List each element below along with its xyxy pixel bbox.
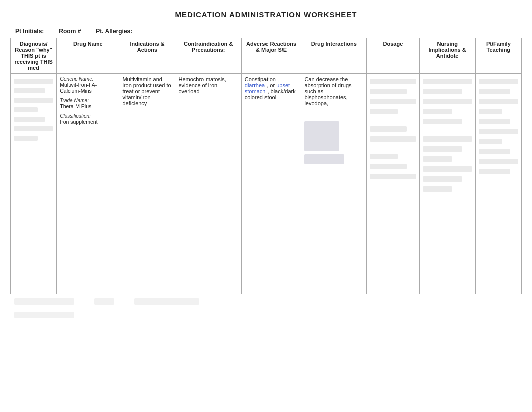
adverse-reactions-cell: Constipation , diarrhea , or upset stoma… — [241, 74, 301, 294]
main-table: Diagnosis/ Reason "why" THIS pt is recei… — [10, 38, 522, 294]
classification-label: Classification: — [60, 113, 116, 119]
nursing-blur-4 — [423, 109, 452, 114]
footer-row-1 — [10, 298, 522, 305]
diagnosis-cell — [11, 74, 57, 294]
page-title: MEDICATION ADMINISTRATION WORKSHEET — [10, 10, 522, 19]
nursing-blur-1 — [423, 79, 472, 84]
ptfam-blur-2 — [479, 89, 510, 94]
ptfamily-blurred — [479, 76, 518, 177]
pt-initials-label: Pt Initials: — [15, 28, 44, 35]
dosage-blur-6 — [370, 136, 416, 142]
footer-blur-4 — [14, 312, 74, 318]
drug-int-text: Can decrease the absorption of drugs suc… — [304, 76, 363, 106]
drug-int-blurred — [304, 121, 363, 164]
classification-value: Iron supplement — [60, 119, 116, 125]
dosage-blurred — [370, 76, 416, 182]
nursing-blur-7 — [423, 146, 462, 152]
adverse-diarrhea-link: diarrhea — [245, 82, 265, 88]
drug-int-stamp2 — [304, 154, 344, 164]
col-header-adverse: Adverse Reactions & Major S/E — [241, 38, 301, 74]
ptfam-blur-9 — [479, 159, 518, 164]
nursing-blur-10 — [423, 176, 462, 182]
blur-6 — [14, 126, 53, 131]
generic-label: Generic Name: — [60, 76, 116, 82]
nursing-blur-8 — [423, 156, 452, 162]
ptfamily-cell — [475, 74, 521, 294]
adverse-or: , or — [267, 82, 275, 88]
table-row: Generic Name: Multivit-Iron-FA-Calcium-M… — [11, 74, 522, 294]
ptfam-blur-6 — [479, 129, 518, 134]
blur-3 — [14, 98, 53, 103]
blur-2 — [14, 88, 45, 93]
col-header-nursing: Nursing Implications & Antidote — [419, 38, 475, 74]
dosage-blur-1 — [370, 79, 416, 84]
col-header-drug: Drug Name — [57, 38, 119, 74]
nursing-blur-2 — [423, 89, 462, 94]
col-header-ptfamily: Pt/Family Teaching — [475, 38, 521, 74]
header-row: Pt Initials: Room # Pt. Allergies: — [10, 28, 522, 35]
nursing-blur-11 — [423, 186, 452, 192]
generic-name: Multivit-Iron-FA-Calcium-Mins — [60, 82, 116, 94]
ptfam-blur-3 — [479, 99, 518, 104]
footer-blur-1 — [14, 298, 74, 305]
blur-7 — [14, 136, 38, 141]
nursing-blurred — [423, 76, 472, 194]
ptfam-blur-5 — [479, 119, 510, 124]
dosage-blur-9 — [370, 174, 416, 179]
col-header-drug-interactions: Drug Interactions — [301, 38, 367, 74]
ptfam-blur-4 — [479, 109, 503, 114]
table-header-row: Diagnosis/ Reason "why" THIS pt is recei… — [11, 38, 522, 74]
dosage-blur-5 — [370, 126, 407, 132]
room-label: Room # — [59, 28, 81, 35]
diagnosis-blurred — [14, 76, 53, 143]
indications-cell: Multivitamin and iron product used to tr… — [119, 74, 175, 294]
col-header-diagnosis: Diagnosis/ Reason "why" THIS pt is recei… — [11, 38, 57, 74]
dosage-blur-2 — [370, 89, 407, 94]
nursing-blur-9 — [423, 166, 472, 172]
trade-label: Trade Name: — [60, 98, 116, 103]
allergies-label: Pt. Allergies: — [96, 28, 132, 35]
col-header-dosage: Dosage — [367, 38, 419, 74]
footer-blur-2 — [94, 298, 114, 305]
footer-row-2 — [10, 312, 522, 318]
drug-int-stamp — [304, 121, 339, 151]
nursing-cell — [419, 74, 475, 294]
drug-name-cell: Generic Name: Multivit-Iron-FA-Calcium-M… — [57, 74, 119, 294]
ptfam-blur-10 — [479, 169, 510, 174]
drug-interactions-cell: Can decrease the absorption of drugs suc… — [301, 74, 367, 294]
dosage-blur-4 — [370, 109, 397, 114]
ptfam-blur-7 — [479, 139, 503, 144]
contraindication-cell: Hemochro-matosis, evidence of iron overl… — [175, 74, 241, 294]
col-header-contraindication: Contraindication & Precautions: — [175, 38, 241, 74]
blur-5 — [14, 117, 45, 122]
ptfam-blur-1 — [479, 79, 518, 84]
nursing-blur-5 — [423, 119, 462, 124]
nursing-blur-3 — [423, 99, 472, 104]
footer-blur-3 — [134, 298, 199, 305]
ptfam-blur-8 — [479, 149, 510, 154]
blur-1 — [14, 79, 53, 84]
trade-name: Thera-M Plus — [60, 103, 116, 109]
col-header-indications: Indications & Actions — [119, 38, 175, 74]
dosage-blur-3 — [370, 99, 416, 104]
blur-4 — [14, 107, 38, 112]
dosage-cell — [367, 74, 419, 294]
nursing-blur-6 — [423, 136, 472, 142]
dosage-blur-7 — [370, 154, 397, 159]
dosage-blur-8 — [370, 164, 407, 169]
adverse-constipation: Constipation , — [245, 76, 279, 82]
